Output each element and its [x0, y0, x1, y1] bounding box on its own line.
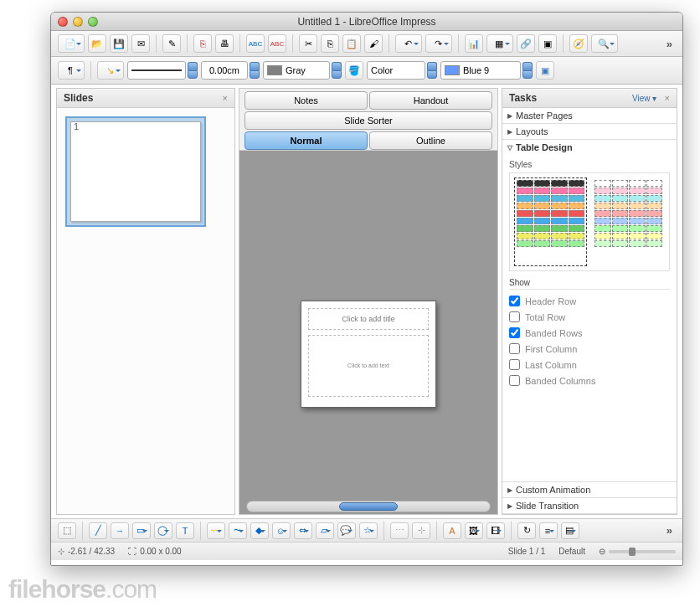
save-button[interactable]: 💾	[110, 34, 128, 53]
table-style-option-2[interactable]	[593, 178, 664, 265]
ellipse-tool[interactable]: ◯	[154, 522, 172, 539]
arrow-tool[interactable]: →	[111, 522, 129, 539]
line-style-spinner[interactable]	[188, 62, 198, 79]
slides-panel-close-icon[interactable]: ×	[223, 93, 228, 103]
separator	[187, 34, 188, 53]
redo-button[interactable]: ↷	[425, 34, 452, 53]
email-button[interactable]: ✉	[131, 34, 150, 53]
fill-type-spinner[interactable]	[427, 62, 437, 79]
flowchart-tool[interactable]: ▱	[316, 522, 334, 539]
curve-tool[interactable]: 〰	[207, 522, 225, 539]
block-arrows-tool[interactable]: ⇔	[294, 522, 312, 539]
stars-tool[interactable]: ☆	[359, 522, 378, 539]
fill-color-spinner[interactable]	[522, 62, 533, 79]
rectangle-tool[interactable]: ▭	[132, 522, 151, 539]
autospell-button[interactable]: ABC	[268, 34, 286, 53]
horizontal-scrollbar[interactable]	[246, 501, 491, 512]
line-width-spinner[interactable]	[250, 62, 260, 79]
zoom-knob[interactable]	[629, 548, 636, 556]
table-button[interactable]: ▦	[486, 34, 513, 53]
callout-tool[interactable]: 💬	[337, 522, 356, 539]
checkbox-total-row[interactable]: Total Row	[509, 309, 670, 325]
line-color-spinner[interactable]	[332, 62, 342, 79]
workspace: Slides × 1 Notes Handout Slide Sorter No…	[51, 85, 682, 518]
titlebar[interactable]: Untitled 1 - LibreOffice Impress	[51, 13, 682, 31]
tab-notes[interactable]: Notes	[244, 91, 368, 110]
checkbox-first-column[interactable]: First Column	[509, 341, 670, 357]
new-button[interactable]: 📄	[58, 34, 85, 53]
navigator-button[interactable]: 🧭	[569, 34, 588, 53]
basic-shapes-tool[interactable]: ◆	[250, 522, 269, 539]
tab-normal[interactable]: Normal	[244, 131, 368, 150]
table-style-option-1[interactable]	[515, 178, 586, 265]
checkbox-banded-rows[interactable]: Banded Rows	[509, 325, 670, 341]
insert-movie-tool[interactable]: 🎞	[486, 522, 505, 539]
edit-file-button[interactable]: ✎	[162, 34, 181, 53]
shadow-button[interactable]: ▣	[536, 61, 554, 80]
tab-outline[interactable]: Outline	[369, 131, 492, 150]
toolbar-overflow-icon[interactable]: »	[663, 38, 676, 50]
slides-panel-title: Slides	[64, 92, 93, 104]
align-tool[interactable]: ≡	[539, 522, 558, 539]
slides-panel: Slides × 1	[56, 88, 235, 515]
fontwork-tool[interactable]: A	[443, 522, 461, 539]
tasks-view-menu[interactable]: View ▾	[632, 94, 656, 103]
copy-button[interactable]: ⎘	[321, 34, 339, 53]
section-layouts[interactable]: ▶Layouts	[502, 124, 677, 139]
zoom-out-icon[interactable]: ⊖	[599, 547, 605, 556]
cut-button[interactable]: ✂	[299, 34, 317, 53]
format-paintbrush-button[interactable]: 🖌	[364, 34, 383, 53]
arrow-style-button[interactable]: ↘	[97, 61, 124, 80]
rotate-tool[interactable]: ↻	[517, 522, 536, 539]
line-tool[interactable]: ╱	[89, 522, 107, 539]
line-fill-toolbar: ¶ ↘ 0.00cm Gray 🪣 Color	[51, 57, 682, 85]
select-tool[interactable]: ⬚	[58, 522, 76, 539]
fill-type-selector[interactable]: Color	[367, 61, 425, 80]
title-placeholder[interactable]: Click to add title	[308, 308, 429, 330]
checkbox-header-row[interactable]: Header Row	[509, 293, 670, 309]
line-width-field[interactable]: 0.00cm	[201, 61, 248, 80]
symbol-shapes-tool[interactable]: ☺	[272, 522, 291, 539]
bucket-fill-button[interactable]: 🪣	[345, 61, 363, 80]
presentation-button[interactable]: ▣	[538, 34, 557, 53]
checkbox-last-column[interactable]: Last Column	[509, 357, 670, 373]
scrollbar-thumb[interactable]	[339, 502, 398, 511]
chart-button[interactable]: 📊	[465, 34, 483, 53]
open-button[interactable]: 📂	[88, 34, 106, 53]
status-layout[interactable]: Default	[558, 547, 585, 556]
zoom-slider[interactable]	[609, 550, 676, 553]
line-style-selector[interactable]	[127, 61, 186, 80]
content-placeholder[interactable]: Click to add text	[308, 335, 429, 397]
drawing-toolbar-overflow-icon[interactable]: »	[663, 524, 676, 537]
spellcheck-button[interactable]: ABC	[246, 34, 265, 53]
show-label: Show	[509, 278, 670, 290]
arrange-tool[interactable]: ▤	[561, 522, 579, 539]
tab-handout[interactable]: Handout	[369, 91, 492, 110]
insert-image-tool[interactable]: 🖼	[465, 522, 483, 539]
connector-tool[interactable]: ⤳	[229, 522, 247, 539]
section-master-pages[interactable]: ▶Master Pages	[502, 108, 677, 123]
export-pdf-button[interactable]: ⎘	[193, 34, 212, 53]
tab-slide-sorter[interactable]: Slide Sorter	[244, 111, 492, 130]
slide-edit-area[interactable]: Click to add title Click to add text	[301, 301, 436, 408]
paste-button[interactable]: 📋	[342, 34, 361, 53]
styles-button[interactable]: ¶	[58, 61, 85, 80]
tasks-panel-close-icon[interactable]: ×	[665, 93, 670, 103]
line-color-selector[interactable]: Gray	[263, 61, 330, 80]
section-custom-animation[interactable]: ▶Custom Animation	[502, 482, 677, 497]
slide-thumbnail[interactable]: 1	[65, 116, 206, 227]
section-table-design[interactable]: ▽Table Design	[502, 140, 677, 155]
hyperlink-button[interactable]: 🔗	[517, 34, 535, 53]
gluepoints-tool[interactable]: ⊹	[412, 522, 430, 539]
section-slide-transition[interactable]: ▶Slide Transition	[502, 498, 677, 513]
slide-canvas[interactable]: Click to add title Click to add text	[239, 151, 497, 514]
slide-list[interactable]: 1	[57, 108, 234, 514]
zoom-button[interactable]: 🔍	[591, 34, 618, 53]
text-tool[interactable]: T	[176, 522, 194, 539]
print-button[interactable]: 🖶	[215, 34, 234, 53]
checkbox-banded-columns[interactable]: Banded Columns	[509, 373, 670, 388]
fill-color-selector[interactable]: Blue 9	[440, 61, 521, 80]
undo-button[interactable]: ↶	[395, 34, 422, 53]
points-tool[interactable]: ⋯	[390, 522, 409, 539]
zoom-controls[interactable]: ⊖	[599, 547, 676, 556]
